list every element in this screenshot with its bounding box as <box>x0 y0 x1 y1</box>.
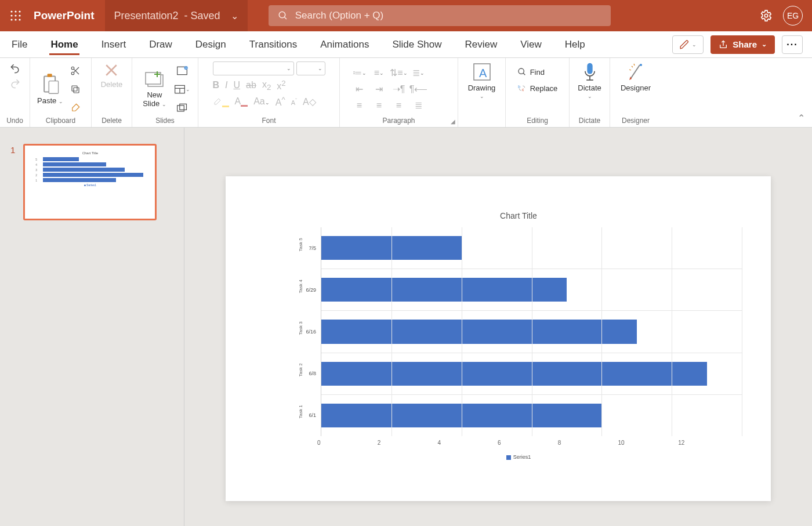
app-launcher-button[interactable] <box>0 10 31 21</box>
microphone-icon <box>582 61 598 82</box>
align-left-button[interactable]: ≡ <box>351 99 368 113</box>
duplicate-icon <box>176 103 188 113</box>
find-button[interactable]: Find <box>517 67 545 77</box>
chart-plot-area <box>321 227 742 436</box>
tab-view[interactable]: View <box>519 34 543 55</box>
svg-text:c: c <box>522 88 524 92</box>
slide-section-button[interactable] <box>173 101 191 115</box>
pen-icon <box>679 39 690 50</box>
svg-line-39 <box>523 73 525 75</box>
svg-point-8 <box>19 19 20 20</box>
line-spacing-button[interactable]: ⇅≡⌄ <box>390 66 408 80</box>
drawing-button[interactable]: A Drawing ⌄ <box>468 61 496 117</box>
save-status: - Saved <box>184 10 220 22</box>
group-label-editing: Editing <box>527 117 548 126</box>
chart-bar <box>321 362 707 386</box>
ribbon: Undo Paste ⌄ Clipboard Delete Delete <box>0 58 812 128</box>
text-direction-button[interactable]: ≣⌄ <box>410 66 427 80</box>
content-area: 1 Chart Title 5 4 3 2 1 ■ Series1 Chart … <box>0 128 812 526</box>
highlight-button[interactable] <box>213 96 229 107</box>
change-case-button[interactable]: Aa⌄ <box>253 96 270 107</box>
tab-help[interactable]: Help <box>564 34 586 55</box>
clear-formatting-button[interactable]: A◇ <box>303 96 316 107</box>
justify-button[interactable]: ≣ <box>410 99 427 113</box>
paste-button[interactable]: Paste ⌄ <box>37 73 63 105</box>
group-label-undo: Undo <box>6 117 23 126</box>
tab-draw[interactable]: Draw <box>148 34 173 55</box>
replace-icon: bc <box>517 84 527 93</box>
svg-point-5 <box>19 14 20 16</box>
slide-1[interactable]: Chart Title Task 57/5Task 46/29Task 36/1… <box>226 176 771 501</box>
bold-button[interactable]: B <box>213 80 220 90</box>
chart[interactable]: Chart Title Task 57/5Task 46/29Task 36/1… <box>295 211 742 478</box>
svg-rect-34 <box>177 105 184 111</box>
shrink-font-button[interactable]: Aˇ <box>291 97 297 106</box>
slide-thumbnail-1[interactable]: Chart Title 5 4 3 2 1 ■ Series1 <box>23 144 157 220</box>
share-button[interactable]: Share ⌄ <box>710 35 775 54</box>
svg-point-15 <box>71 67 74 70</box>
numbering-button[interactable]: ≡⌄ <box>371 66 388 80</box>
slide-reset-button[interactable]: ⌄ <box>173 82 191 96</box>
superscript-button[interactable]: x2 <box>277 79 285 92</box>
highlight-icon <box>213 96 222 105</box>
subscript-button[interactable]: x2 <box>262 79 271 92</box>
font-color-button[interactable]: A <box>235 96 248 107</box>
inking-mode-button[interactable]: ⌄ <box>672 35 704 54</box>
underline-button[interactable]: U <box>234 80 241 90</box>
slide-thumbnails-pane[interactable]: 1 Chart Title 5 4 3 2 1 ■ Series1 <box>0 128 184 526</box>
chart-legend: Series1 <box>295 454 742 460</box>
tab-design[interactable]: Design <box>194 34 227 55</box>
more-options-button[interactable]: ··· <box>782 35 803 54</box>
user-avatar[interactable]: EG <box>783 6 803 26</box>
tab-transitions[interactable]: Transitions <box>248 34 299 55</box>
ltr-button[interactable]: ➝¶ <box>390 82 408 96</box>
increase-indent-button[interactable]: ⇥ <box>371 82 388 96</box>
share-icon <box>719 40 728 49</box>
undo-button[interactable] <box>6 61 24 75</box>
tab-animations[interactable]: Animations <box>319 34 370 55</box>
settings-button[interactable] <box>760 9 773 22</box>
search-box[interactable]: Search (Option + Q) <box>269 5 611 26</box>
tab-home[interactable]: Home <box>49 34 79 55</box>
cut-button[interactable] <box>67 64 84 78</box>
replace-button[interactable]: bc Replace <box>517 84 558 93</box>
document-name: Presentation2 <box>114 10 179 22</box>
copy-button[interactable] <box>67 82 84 96</box>
chart-x-axis: 024681012 <box>321 440 742 446</box>
slide-canvas[interactable]: Chart Title Task 57/5Task 46/29Task 36/1… <box>184 128 812 526</box>
group-label-delete: Delete <box>102 117 122 126</box>
align-center-button[interactable]: ≡ <box>371 99 388 113</box>
decrease-indent-button[interactable]: ⇤ <box>351 82 368 96</box>
chevron-down-icon: ⌄ <box>692 42 697 48</box>
group-label-designer: Designer <box>622 117 650 126</box>
new-slide-button[interactable]: New Slide ⌄ <box>139 70 170 108</box>
svg-rect-35 <box>180 104 187 110</box>
tab-review[interactable]: Review <box>463 34 498 55</box>
group-label-dictate: Dictate <box>579 117 600 126</box>
redo-button[interactable] <box>6 77 24 90</box>
grow-font-button[interactable]: A^ <box>276 95 285 108</box>
paragraph-dialog-launcher[interactable]: ◢ <box>451 118 455 125</box>
strikethrough-button[interactable]: ab <box>246 80 256 90</box>
app-name[interactable]: PowerPoint <box>34 9 95 22</box>
dictate-button[interactable]: Dictate ⌄ <box>578 61 601 117</box>
designer-button[interactable]: Designer <box>621 61 651 117</box>
tab-insert[interactable]: Insert <box>100 34 128 55</box>
slide-layout-button[interactable] <box>173 64 191 78</box>
align-right-button[interactable]: ≡ <box>390 99 408 113</box>
rtl-button[interactable]: ¶⟵ <box>410 82 427 96</box>
group-label-paragraph: Paragraph <box>382 117 415 126</box>
tab-file[interactable]: File <box>10 34 28 55</box>
font-size-select[interactable]: ⌄ <box>296 61 325 75</box>
collapse-ribbon-button[interactable]: ⌃ <box>798 113 805 124</box>
delete-button[interactable]: Delete <box>101 61 123 117</box>
bullets-button[interactable]: ≔⌄ <box>351 66 368 80</box>
svg-line-10 <box>284 17 287 19</box>
italic-button[interactable]: I <box>225 80 227 90</box>
format-painter-button[interactable] <box>67 101 84 115</box>
font-family-select[interactable]: ⌄ <box>213 61 294 75</box>
tab-slide-show[interactable]: Slide Show <box>391 34 443 55</box>
svg-point-0 <box>10 10 12 12</box>
thumbnail-chart-title: Chart Title <box>35 151 144 155</box>
document-title-area[interactable]: Presentation2 - Saved ⌄ <box>105 0 248 31</box>
